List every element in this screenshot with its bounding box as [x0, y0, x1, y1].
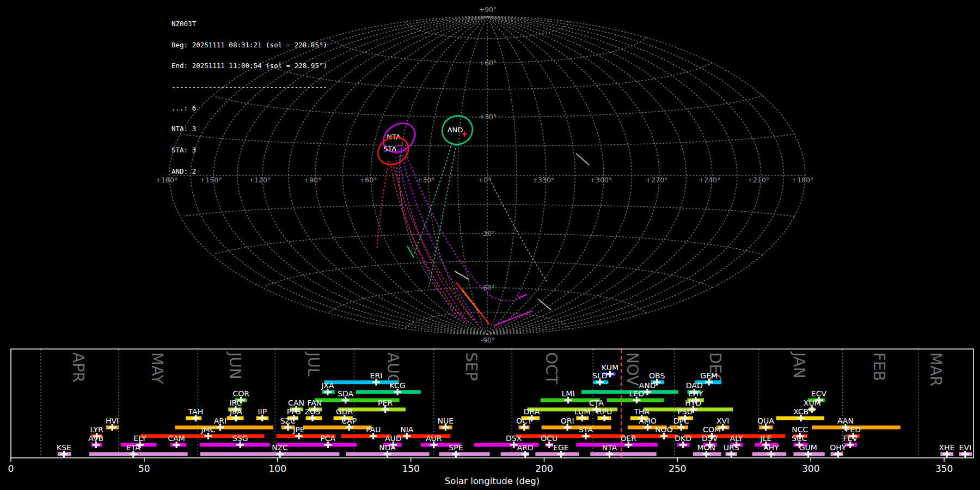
shower-code-label: NZC — [272, 443, 288, 452]
lon-axis-label: +210° — [748, 176, 770, 184]
x-tick-label: 50 — [138, 463, 150, 474]
shower-bar-sld: SLD — [592, 371, 608, 385]
shower-code-label: JMC — [200, 425, 215, 434]
lon-axis-label: +180° — [792, 176, 814, 184]
lon-axis-label: +330° — [532, 176, 555, 184]
station-id: NZ003T — [171, 21, 327, 28]
shower-activity-bar — [200, 443, 270, 447]
shower-bar-oct: OCT — [516, 416, 532, 431]
shower-code-label: EGE — [553, 443, 569, 452]
shower-activity-bar — [200, 452, 340, 456]
month-label: FEB — [870, 352, 888, 381]
shower-code-label: SLD — [592, 371, 607, 380]
meteor-track-dotted — [390, 163, 466, 323]
count-nta: NTA: 3 — [171, 126, 327, 133]
shower-code-label: DSV — [702, 434, 718, 443]
meteor-observation-screen: +180°+150°+120°+90°+60°+30°+0°+330°+300°… — [0, 0, 980, 490]
shower-code-label: LYR — [90, 425, 103, 434]
shower-code-label: GUM — [799, 443, 817, 452]
shower-code-label: ORI — [561, 416, 574, 425]
shower-code-label: KUM — [602, 363, 618, 372]
shower-code-label: STA — [579, 425, 593, 434]
shower-code-label: SZC — [280, 416, 296, 425]
shower-bar-nda: NDA — [346, 443, 429, 457]
shower-code-label: SDA — [338, 389, 353, 398]
activity-timeline-chart: APRMAYJUNJULAUGSEPOCTNOVDECJANFEBMARKUME… — [8, 349, 973, 486]
shower-code-label: NIA — [400, 425, 414, 434]
shower-code-label: CAM — [168, 434, 185, 443]
shower-code-label: SPE — [449, 443, 463, 452]
shower-activity-bar — [516, 434, 625, 438]
shower-code-label: SSG — [232, 434, 248, 443]
shower-code-label: EHY — [688, 389, 703, 398]
begin-time: Beg: 20251111 08:31:21 (sol = 228.85°) — [171, 42, 327, 49]
month-label: MAR — [927, 352, 945, 387]
x-tick-label: 100 — [269, 463, 286, 474]
shower-code-label: THA — [633, 407, 650, 416]
shower-activity-bar — [341, 434, 391, 438]
shower-code-label: ERI — [370, 371, 383, 380]
shower-code-label: IIP — [258, 407, 267, 416]
lat-axis-label: +90° — [479, 5, 497, 14]
shower-bar-cam: CAM — [168, 434, 186, 448]
shower-code-label: DKD — [675, 434, 691, 443]
shower-activity-bar — [89, 452, 188, 456]
shower-code-label: AAN — [837, 416, 854, 425]
month-label: JUL — [304, 351, 322, 377]
month-label: SEP — [462, 352, 480, 381]
shower-code-label: HVI — [106, 416, 119, 425]
shower-bar-nue: NUE — [438, 416, 454, 431]
shower-bar-ege: EGE — [535, 443, 579, 457]
shower-code-label: OCT — [516, 416, 532, 425]
shower-code-label: OBS — [649, 371, 665, 380]
radiant-label-and: AND — [448, 126, 463, 134]
shower-code-label: NOO — [655, 425, 673, 434]
shower-code-label: ARD — [517, 443, 534, 452]
shower-code-label: JEA — [229, 407, 242, 416]
lat-axis-label: -90° — [481, 336, 495, 344]
shower-code-label: LUM — [574, 407, 590, 416]
shower-code-label: GDR — [336, 407, 353, 416]
shower-code-label: ECV — [811, 389, 827, 398]
shower-code-label: PSU — [677, 407, 693, 416]
shower-bar-ohy: OHY — [830, 443, 847, 457]
shower-code-label: AHY — [763, 443, 779, 452]
shower-bar-jxa: JXA — [321, 381, 334, 395]
shower-code-label: ZCS — [305, 407, 320, 416]
count-and: AND: 2 — [171, 168, 327, 175]
grid-parallel — [265, 63, 712, 89]
month-label: MAY — [148, 352, 166, 384]
count-sporadic: ...: 6 — [171, 105, 327, 112]
shower-code-label: OER — [620, 434, 636, 443]
shower-code-label: XVI — [716, 416, 729, 425]
shower-code-label: AND — [639, 381, 656, 390]
shower-code-label: FAN — [307, 399, 322, 407]
shower-bar-rpu: RPU — [597, 407, 612, 421]
meteor-track-dotted — [429, 145, 456, 286]
shower-code-label: KSE — [57, 443, 71, 452]
x-tick-label: 350 — [935, 463, 953, 474]
shower-code-label: JPE — [292, 425, 304, 434]
shower-code-label: NTA — [602, 443, 617, 452]
shower-activity-bar — [590, 452, 656, 456]
shower-bar-kse: KSE — [57, 443, 71, 457]
shower-code-label: GEM — [700, 371, 718, 380]
meteor-track-dotted — [492, 295, 526, 301]
shower-code-label: NUE — [438, 416, 454, 425]
shower-activity-bar — [303, 426, 372, 430]
lat-axis-label: -60° — [481, 284, 495, 292]
separator-line: -------------------------------------- — [171, 84, 327, 91]
shower-code-label: HYD — [685, 399, 701, 407]
shower-code-label: EVI — [959, 443, 972, 452]
shower-code-label: COR — [232, 389, 249, 398]
shower-code-label: COM — [703, 425, 721, 434]
x-tick-label: 300 — [802, 463, 819, 474]
shower-code-label: MON — [697, 443, 715, 452]
shower-code-label: LMI — [562, 389, 575, 398]
shower-bar-jea: JEA — [227, 407, 244, 421]
shower-activity-bar — [631, 434, 678, 438]
radiant-label-sta: STA — [383, 145, 396, 153]
shower-code-label: XHE — [939, 443, 955, 452]
shower-activity-bar — [277, 443, 357, 447]
x-tick-label: 200 — [535, 463, 553, 474]
